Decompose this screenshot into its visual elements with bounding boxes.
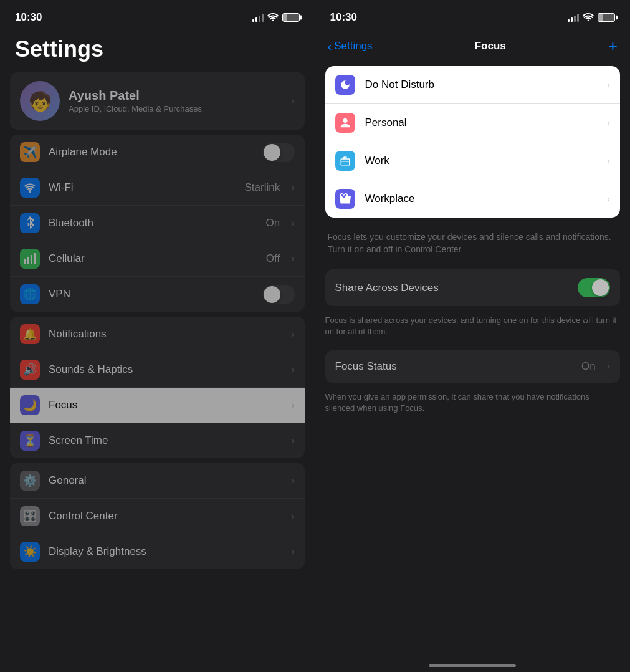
status-bar-right: 10:30 — [315, 0, 631, 31]
airplane-toggle[interactable] — [262, 143, 295, 162]
sounds-icon: 🔊 — [20, 360, 40, 380]
airplane-icon: ✈️ — [20, 142, 40, 162]
focus-item-donotdisturb[interactable]: Do Not Disturb › — [325, 66, 621, 104]
workplace-label: Workplace — [365, 193, 598, 205]
general-section: ⚙️ General › 🎛️ Control Center › ☀️ Disp… — [10, 463, 305, 569]
general-icon: ⚙️ — [20, 471, 40, 491]
donotdisturb-label: Do Not Disturb — [365, 79, 598, 91]
status-time-right: 10:30 — [330, 11, 357, 24]
wifi-icon — [20, 178, 40, 198]
svg-rect-1 — [27, 257, 29, 264]
profile-chevron: › — [291, 95, 294, 107]
focus-dropdown-card: Do Not Disturb › Personal › Work › — [325, 66, 621, 218]
share-section: Share Across Devices — [325, 269, 621, 306]
svg-rect-2 — [31, 255, 32, 264]
battery-icon-right — [598, 13, 615, 22]
wifi-row[interactable]: Wi-Fi Starlink › — [10, 170, 305, 206]
donotdisturb-chevron: › — [607, 80, 610, 90]
focus-status-sub: When you give an app permission, it can … — [315, 388, 631, 421]
focus-icon: 🌙 — [20, 395, 40, 415]
focus-status-value: On — [581, 360, 596, 373]
notifications-chevron: › — [291, 329, 294, 340]
vpn-icon: 🌐 — [20, 284, 40, 304]
focus-description: Focus lets you customize your devices an… — [315, 223, 631, 264]
back-label: Settings — [334, 40, 372, 52]
notifications-icon: 🔔 — [20, 324, 40, 344]
page-title-right: Focus — [475, 40, 506, 52]
workplace-chevron: › — [607, 194, 610, 204]
display-icon: ☀️ — [20, 542, 40, 562]
general-chevron: › — [291, 475, 294, 486]
share-toggle[interactable] — [578, 278, 610, 297]
profile-row[interactable]: 🧒 Ayush Patel Apple ID, iCloud, Media & … — [10, 72, 305, 130]
display-chevron: › — [291, 546, 294, 557]
svg-rect-0 — [24, 259, 26, 264]
add-button[interactable]: + — [608, 37, 618, 56]
airplane-label: Airplane Mode — [49, 146, 254, 158]
cellular-icon — [20, 249, 40, 269]
signal-icon-left — [252, 13, 264, 22]
screentime-chevron: › — [291, 435, 294, 446]
right-panel: 10:30 ‹ Settings Focus + — [315, 0, 631, 672]
focus-item-work[interactable]: Work › — [325, 142, 621, 180]
vpn-row[interactable]: 🌐 VPN — [10, 277, 305, 312]
focus-item-workplace[interactable]: Workplace › — [325, 180, 621, 218]
bluetooth-chevron: › — [291, 218, 294, 229]
bluetooth-value: On — [265, 217, 280, 229]
focus-status-chevron: › — [607, 361, 610, 372]
display-label: Display & Brightness — [49, 545, 282, 558]
avatar: 🧒 — [20, 81, 60, 121]
focus-row[interactable]: 🌙 Focus › — [10, 388, 305, 423]
sounds-row[interactable]: 🔊 Sounds & Haptics › — [10, 352, 305, 388]
focus-item-personal[interactable]: Personal › — [325, 104, 621, 142]
nav-bar: ‹ Settings Focus + — [315, 31, 631, 61]
bluetooth-row[interactable]: Bluetooth On › — [10, 206, 305, 241]
profile-name: Ayush Patel — [69, 89, 282, 103]
cellular-chevron: › — [291, 253, 294, 264]
share-devices-label: Share Across Devices — [335, 282, 570, 294]
control-center-chevron: › — [291, 511, 294, 522]
battery-icon-left — [282, 13, 300, 22]
back-button[interactable]: ‹ Settings — [328, 39, 373, 54]
notifications-row[interactable]: 🔔 Notifications › — [10, 317, 305, 352]
screentime-label: Screen Time — [49, 434, 282, 447]
general-label: General — [49, 474, 282, 487]
focus-status-label: Focus Status — [335, 360, 573, 373]
back-chevron-icon: ‹ — [328, 39, 332, 54]
cellular-value: Off — [266, 252, 280, 265]
page-title-left: Settings — [0, 31, 315, 72]
work-icon — [335, 151, 355, 171]
screentime-row[interactable]: ⏳ Screen Time › — [10, 423, 305, 458]
focus-chevron: › — [291, 400, 294, 411]
personal-label: Personal — [365, 117, 598, 129]
share-devices-row[interactable]: Share Across Devices — [325, 269, 621, 306]
vpn-toggle[interactable] — [262, 285, 295, 304]
wifi-value: Starlink — [244, 181, 280, 194]
vpn-label: VPN — [49, 288, 254, 300]
wifi-label: Wi-Fi — [49, 181, 236, 194]
left-panel: 10:30 Settings 🧒 Ayush Patel Apple ID, i… — [0, 0, 315, 672]
signal-icon-right — [568, 13, 579, 22]
general-row[interactable]: ⚙️ General › — [10, 463, 305, 499]
sounds-label: Sounds & Haptics — [49, 363, 282, 376]
notifications-label: Notifications — [49, 328, 282, 340]
status-icons-right — [568, 12, 615, 23]
bluetooth-label: Bluetooth — [49, 217, 257, 229]
connectivity-section: ✈️ Airplane Mode Wi-Fi Starlink › Blueto… — [10, 135, 305, 312]
airplane-mode-row[interactable]: ✈️ Airplane Mode — [10, 135, 305, 170]
notifications-section: 🔔 Notifications › 🔊 Sounds & Haptics › 🌙… — [10, 317, 305, 458]
share-sub: Focus is shared across your devices, and… — [315, 311, 631, 345]
cellular-row[interactable]: Cellular Off › — [10, 241, 305, 277]
focus-status-row[interactable]: Focus Status On › — [325, 350, 621, 383]
control-center-row[interactable]: 🎛️ Control Center › — [10, 499, 305, 534]
cellular-label: Cellular — [49, 252, 257, 265]
status-bar-left: 10:30 — [0, 0, 315, 31]
profile-info: Ayush Patel Apple ID, iCloud, Media & Pu… — [69, 89, 282, 113]
status-icons-left — [252, 12, 300, 23]
display-row[interactable]: ☀️ Display & Brightness › — [10, 534, 305, 569]
control-center-label: Control Center — [49, 510, 282, 522]
donotdisturb-icon — [335, 75, 355, 95]
work-chevron: › — [607, 156, 610, 166]
work-label: Work — [365, 155, 598, 167]
personal-chevron: › — [607, 118, 610, 128]
